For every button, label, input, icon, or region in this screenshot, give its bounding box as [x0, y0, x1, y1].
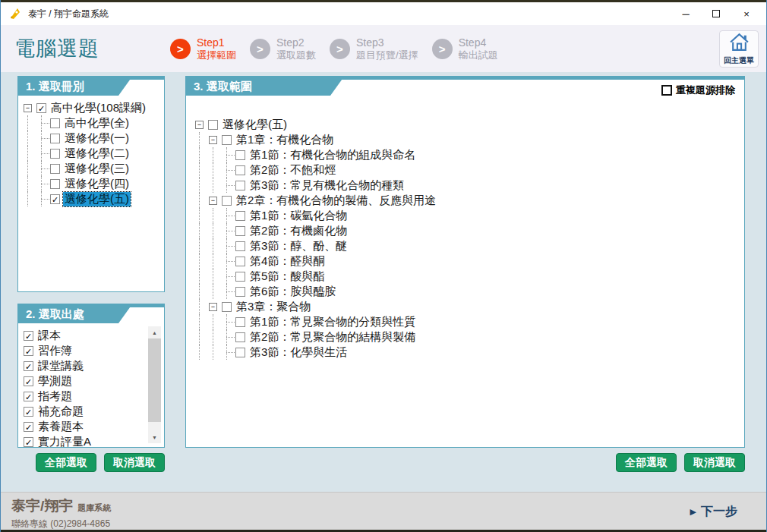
- checkbox[interactable]: [235, 317, 245, 327]
- checkbox[interactable]: [222, 196, 232, 206]
- tree-row[interactable]: 選修化學(四): [24, 176, 161, 191]
- checkbox[interactable]: [235, 165, 245, 175]
- checkbox[interactable]: [235, 211, 245, 221]
- checkbox[interactable]: [50, 164, 60, 174]
- list-item[interactable]: ✓ 素養題本: [24, 419, 144, 434]
- checkbox[interactable]: ✓: [24, 361, 33, 371]
- checkbox[interactable]: ✓: [50, 194, 60, 204]
- checkbox[interactable]: [235, 287, 245, 297]
- checkbox[interactable]: ✓: [24, 346, 33, 356]
- next-step-button[interactable]: ▶ 下一步: [690, 504, 737, 520]
- checkbox[interactable]: [50, 179, 60, 189]
- checkbox[interactable]: [235, 226, 245, 236]
- list-item-label: 習作簿: [36, 344, 74, 358]
- scrollbar-track[interactable]: [148, 338, 161, 431]
- select-all-sources-button[interactable]: 全部選取: [36, 453, 96, 472]
- tree-row[interactable]: 第1節：有機化合物的組成與命名: [195, 147, 737, 162]
- tree-row[interactable]: 選修化學(一): [24, 131, 161, 146]
- step-item[interactable]: > Step1 選擇範圍: [170, 36, 236, 61]
- maximize-button[interactable]: [701, 3, 731, 24]
- list-item[interactable]: ✓ 補充命題: [24, 404, 144, 419]
- range-tree: − 選修化學(五) − 第1章：有機化合物 第1節：有機化合物的組成與命名: [186, 96, 744, 447]
- tree-row-label: 第5節：酸與酯: [248, 269, 326, 284]
- checkbox[interactable]: [235, 348, 245, 357]
- tree-row[interactable]: 第2節：不飽和烴: [195, 162, 737, 178]
- minimize-button[interactable]: ─: [671, 3, 701, 24]
- scrollbar-thumb[interactable]: [148, 338, 161, 422]
- tree-row[interactable]: − ✓ 高中化學(108課綱): [24, 100, 161, 115]
- step-item[interactable]: > Step3 題目預覽/選擇: [330, 36, 418, 61]
- tree-row[interactable]: 第1節：碳氫化合物: [195, 208, 737, 223]
- collapse-icon[interactable]: −: [209, 303, 217, 311]
- checkbox[interactable]: [208, 120, 218, 130]
- checkbox[interactable]: [50, 118, 60, 128]
- scroll-up-icon[interactable]: ▲: [148, 326, 161, 338]
- step-item[interactable]: > Step2 選取題數: [250, 36, 316, 61]
- list-item[interactable]: ✓ 指考題: [24, 389, 144, 404]
- list-item[interactable]: ✓ 習作簿: [24, 343, 144, 358]
- tree-row-label: 第3章：聚合物: [235, 300, 312, 314]
- duplicate-filter-checkbox[interactable]: [661, 85, 672, 96]
- tree-row[interactable]: 選修化學(二): [24, 146, 161, 161]
- collapse-icon[interactable]: −: [195, 121, 204, 129]
- tree-row[interactable]: 第2節：常見聚合物的結構與製備: [195, 329, 737, 345]
- tree-row[interactable]: 第2節：有機鹵化物: [195, 223, 737, 238]
- checkbox[interactable]: [222, 302, 232, 312]
- tree-connector: −: [195, 193, 222, 208]
- checkbox[interactable]: ✓: [24, 331, 33, 341]
- tree-row[interactable]: 選修化學(三): [24, 161, 161, 176]
- collapse-icon[interactable]: −: [209, 197, 217, 205]
- tree-row[interactable]: 第6節：胺與醯胺: [195, 284, 737, 299]
- tree-row[interactable]: − 第3章：聚合物: [195, 299, 737, 314]
- close-button[interactable]: ×: [731, 3, 762, 24]
- checkbox[interactable]: ✓: [24, 376, 33, 386]
- tree-row[interactable]: ✓ 選修化學(五): [24, 191, 161, 206]
- deselect-all-sources-button[interactable]: 取消選取: [104, 453, 165, 472]
- tree-row-label: 高中化學(108課綱): [49, 101, 147, 115]
- checkbox[interactable]: [235, 181, 245, 190]
- collapse-icon[interactable]: −: [209, 136, 217, 144]
- collapse-icon[interactable]: −: [24, 104, 32, 112]
- step-item[interactable]: > Step4 輸出試題: [432, 36, 498, 61]
- tree-row[interactable]: 第3節：常見有機化合物的種類: [195, 178, 737, 193]
- checkbox[interactable]: [50, 149, 60, 159]
- tree-row[interactable]: 第3節：化學與生活: [195, 345, 737, 360]
- checkbox[interactable]: ✓: [24, 437, 33, 447]
- deselect-all-range-button[interactable]: 取消選取: [684, 453, 745, 472]
- tree-row-label: 選修化學(三): [63, 162, 131, 176]
- scrollbar[interactable]: ▲ ▼: [148, 326, 161, 443]
- list-item-label: 指考題: [36, 389, 74, 404]
- checkbox[interactable]: [50, 134, 60, 143]
- list-item[interactable]: ✓ 課堂講義: [24, 358, 144, 373]
- select-all-range-button[interactable]: 全部選取: [616, 453, 677, 472]
- home-button[interactable]: 回主選單: [719, 30, 759, 68]
- checkbox[interactable]: ✓: [24, 392, 33, 401]
- scroll-down-icon[interactable]: ▼: [148, 431, 161, 443]
- checkbox[interactable]: [235, 272, 245, 282]
- next-arrow-icon: ▶: [690, 507, 696, 517]
- tree-row[interactable]: 高中化學(全): [24, 115, 161, 131]
- tree-row[interactable]: 第1節：常見聚合物的分類與性質: [195, 314, 737, 329]
- tree-connector: −: [195, 299, 222, 314]
- panel-source-select: 2. 選取出處 ✓ 課本 ✓ 習作簿: [17, 304, 165, 448]
- chevron-right-icon: >: [177, 42, 184, 55]
- list-item[interactable]: ✓ 學測題: [24, 373, 144, 389]
- tree-row[interactable]: 第5節：酸與酯: [195, 269, 737, 284]
- checkbox[interactable]: ✓: [36, 103, 46, 113]
- tree-row-label: 選修化學(二): [63, 146, 131, 161]
- tree-row[interactable]: − 第1章：有機化合物: [195, 132, 737, 147]
- list-item[interactable]: ✓ 實力評量A: [24, 434, 144, 447]
- checkbox[interactable]: [235, 241, 245, 251]
- tree-row[interactable]: − 選修化學(五): [195, 117, 737, 132]
- checkbox[interactable]: [222, 135, 232, 145]
- tree-row[interactable]: 第3節：醇、酚、醚: [195, 238, 737, 253]
- checkbox[interactable]: [235, 150, 245, 160]
- tree-row[interactable]: 第4節：醛與酮: [195, 253, 737, 269]
- checkbox[interactable]: ✓: [24, 422, 33, 432]
- checkbox[interactable]: [235, 257, 245, 266]
- list-item-label: 課堂講義: [36, 359, 85, 373]
- tree-row[interactable]: − 第2章：有機化合物的製備、反應與用途: [195, 193, 737, 208]
- checkbox[interactable]: ✓: [24, 407, 33, 417]
- checkbox[interactable]: [235, 332, 245, 342]
- list-item[interactable]: ✓ 課本: [24, 328, 144, 343]
